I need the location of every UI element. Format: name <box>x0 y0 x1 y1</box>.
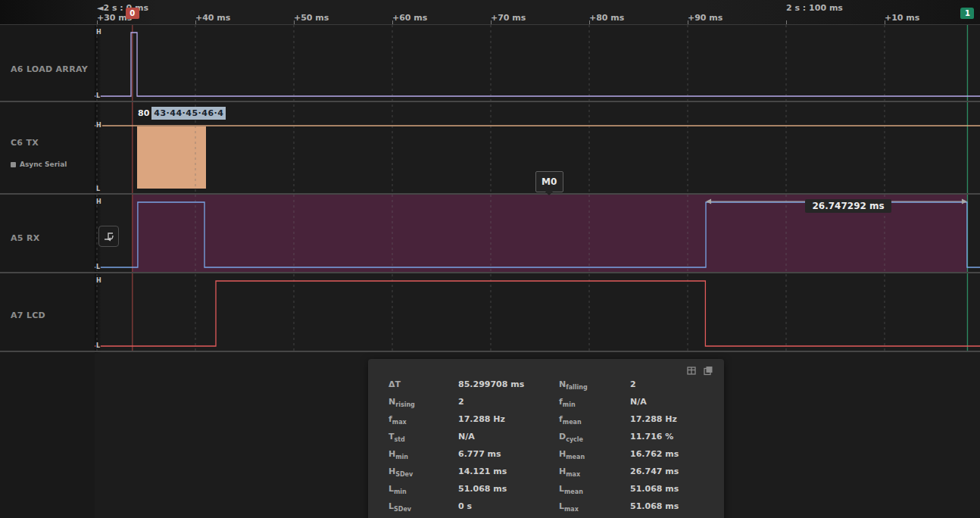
measurement-panel: ΔT85.299708 msNfalling2Nrising2fminN/Afm… <box>368 359 724 518</box>
stat-value: 17.288 Hz <box>630 412 710 429</box>
stat-label: ΔT <box>389 377 458 395</box>
pulse-width-measurement-label[interactable]: 26.747292 ms <box>805 199 891 213</box>
stat-value: 2 <box>630 377 710 395</box>
header-divider <box>0 24 980 25</box>
timeline-tick-label: +60 ms <box>392 13 427 23</box>
stat-label: Lmean <box>559 482 630 499</box>
level-label-l: L <box>95 264 101 270</box>
edge-arrow-icon <box>102 230 116 242</box>
row-separator <box>0 351 980 352</box>
timing-marker-0[interactable]: 0 <box>126 8 139 19</box>
stat-label: Hmean <box>559 447 630 464</box>
level-label-h: H <box>95 198 102 205</box>
stat-label: Nfalling <box>559 377 630 395</box>
copy-icon[interactable] <box>704 366 713 376</box>
row-separator <box>0 101 980 102</box>
timeline-tick-label: +40 ms <box>195 13 230 23</box>
stat-value: 51.068 ms <box>630 499 710 516</box>
stat-value: 51.068 ms <box>630 482 710 499</box>
stat-label: fmean <box>559 412 630 429</box>
measurement-arrowhead-left <box>706 199 711 204</box>
stat-label: fmin <box>559 395 630 412</box>
timeline-tick-label: +80 ms <box>589 13 624 23</box>
stat-value: 0 s <box>458 499 559 516</box>
level-label-l: L <box>95 186 101 192</box>
stat-value: 14.121 ms <box>458 464 559 482</box>
stat-label: fmax <box>389 412 458 429</box>
stat-value: 11.716 % <box>630 429 710 447</box>
stat-label: Hmax <box>559 464 630 482</box>
level-label-l: L <box>95 92 101 99</box>
stat-value: N/A <box>630 395 710 412</box>
stat-value: 16.762 ms <box>630 447 710 464</box>
row-separator <box>0 193 980 195</box>
timing-marker-1[interactable]: 1 <box>960 8 974 19</box>
stat-label: Hmin <box>389 447 458 464</box>
waveform-a6-load-array[interactable] <box>95 33 980 96</box>
stat-label: HSDev <box>389 464 458 482</box>
logic-analyzer-app: A6 LOAD ARRAY C6 TX Async Serial A5 RX A… <box>0 0 980 518</box>
level-label-h: H <box>95 122 102 129</box>
stat-value: 85.299708 ms <box>458 377 559 395</box>
stat-label: Nrising <box>389 395 458 412</box>
stat-value: 26.747 ms <box>630 464 710 482</box>
waveform-a7-lcd[interactable] <box>95 281 980 346</box>
timeline-tick-label: +70 ms <box>491 13 526 23</box>
timeline-tick-label: +10 ms <box>885 13 919 23</box>
timeline-ruler[interactable]: ◄2 s : 0 ms+30 ms+40 ms+50 ms+60 ms+70 m… <box>0 0 980 24</box>
stat-value: N/A <box>458 429 559 447</box>
timeline-tick-label: ◄2 s : 0 ms <box>97 3 148 13</box>
stat-label: Lmax <box>559 499 630 516</box>
byte-values: 43·44·45·46·4 <box>151 107 226 120</box>
timeline-tick-label: +50 ms <box>294 13 329 23</box>
timeline-tick-label: +90 ms <box>688 13 723 23</box>
byte-count-badge: 80 <box>136 107 151 120</box>
stat-value: 6.777 ms <box>458 447 559 464</box>
level-label-l: L <box>95 342 101 349</box>
measurement-stats-table: ΔT85.299708 msNfalling2Nrising2fminN/Afm… <box>389 377 710 516</box>
timeline-tick-label: 2 s : 100 ms <box>786 3 843 13</box>
jump-to-edge-button[interactable] <box>98 226 119 247</box>
annotation-marker-m0[interactable]: M0 <box>535 171 563 192</box>
add-annotation-icon[interactable] <box>687 366 697 376</box>
stat-value: 17.288 Hz <box>458 412 559 429</box>
stat-label: Dcycle <box>559 429 630 447</box>
stat-label: Tstd <box>389 429 458 447</box>
level-label-h: H <box>95 277 102 284</box>
stat-label: LSDev <box>389 499 458 516</box>
stat-value: 51.068 ms <box>458 482 559 499</box>
stat-label: Lmin <box>389 482 458 499</box>
level-label-h: H <box>95 29 102 36</box>
stat-value: 2 <box>458 395 559 412</box>
row-separator <box>0 272 980 273</box>
serial-byte-tooltip: 80 43·44·45·46·4 <box>136 107 226 120</box>
measurement-arrowhead-right <box>962 199 967 204</box>
